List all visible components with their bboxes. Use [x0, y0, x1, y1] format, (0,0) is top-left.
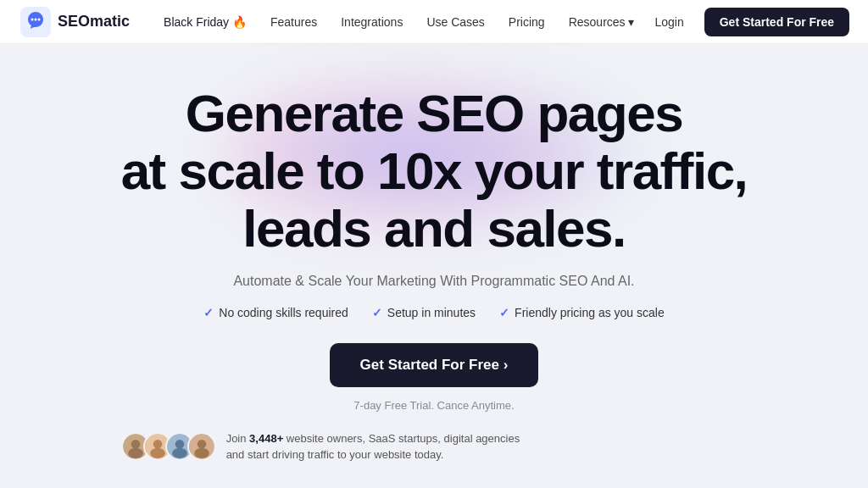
check-item-3: ✓ Friendly pricing as you scale	[499, 306, 665, 319]
nav-item-use-cases[interactable]: Use Cases	[416, 10, 494, 34]
hero-title: Generate SEO pages at scale to 10x your …	[121, 85, 748, 258]
check-label-3: Friendly pricing as you scale	[515, 306, 665, 319]
logo[interactable]: SEOmatic	[20, 7, 130, 37]
svg-point-5	[131, 440, 140, 449]
svg-point-9	[150, 448, 165, 458]
logo-label: SEOmatic	[58, 13, 130, 30]
navbar: SEOmatic Black Friday 🔥 Features Integra…	[0, 0, 868, 44]
svg-point-14	[197, 440, 206, 449]
nav-item-features[interactable]: Features	[260, 10, 327, 34]
trial-text: 7-day Free Trial. Cance Anytime.	[121, 399, 748, 412]
avatars	[121, 432, 216, 461]
check-item-2: ✓ Setup in minutes	[372, 306, 476, 319]
svg-point-8	[153, 440, 162, 449]
social-text-line1: Join 3,448+ website owners, SaaS startup…	[226, 432, 520, 445]
svg-point-11	[175, 440, 184, 449]
check-icon-2: ✓	[372, 306, 382, 319]
svg-point-2	[35, 18, 37, 20]
nav-item-resources[interactable]: Resources ▾	[559, 10, 645, 34]
svg-point-3	[38, 18, 41, 20]
social-proof-text: Join 3,448+ website owners, SaaS startup…	[226, 430, 520, 463]
svg-point-1	[31, 18, 34, 20]
hero-section: Generate SEO pages at scale to 10x your …	[0, 44, 868, 488]
svg-point-12	[172, 448, 187, 458]
svg-point-6	[128, 448, 143, 458]
nav-item-black-friday[interactable]: Black Friday 🔥	[153, 10, 257, 34]
check-icon-3: ✓	[499, 306, 509, 319]
hero-title-line3: leads and sales.	[242, 199, 626, 258]
hero-content: Generate SEO pages at scale to 10x your …	[121, 85, 748, 463]
nav-right: Login Get Started For Free	[644, 8, 849, 36]
hero-cta-button[interactable]: Get Started For Free ›	[330, 343, 539, 387]
logo-icon	[20, 7, 51, 37]
avatar-4	[187, 432, 216, 461]
login-button[interactable]: Login	[644, 10, 693, 34]
social-proof: Join 3,448+ website owners, SaaS startup…	[121, 430, 748, 463]
social-text-line2: and start driving traffic to your websit…	[226, 448, 444, 461]
nav-item-integrations[interactable]: Integrations	[331, 10, 413, 34]
nav-item-pricing[interactable]: Pricing	[498, 10, 555, 34]
hero-subtitle: Automate & Scale Your Marketing With Pro…	[121, 274, 748, 289]
hero-title-line1: Generate SEO pages	[186, 84, 682, 142]
check-label-2: Setup in minutes	[387, 306, 476, 319]
nav-cta-button[interactable]: Get Started For Free	[704, 8, 849, 36]
check-icon-1: ✓	[203, 306, 214, 319]
hero-title-line2: at scale to 10x your traffic,	[121, 141, 748, 200]
nav-links: Black Friday 🔥 Features Integrations Use…	[153, 10, 644, 34]
svg-point-15	[194, 448, 209, 458]
check-label-1: No coding skills required	[219, 306, 348, 319]
hero-checks: ✓ No coding skills required ✓ Setup in m…	[121, 306, 748, 319]
check-item-1: ✓ No coding skills required	[203, 306, 348, 319]
